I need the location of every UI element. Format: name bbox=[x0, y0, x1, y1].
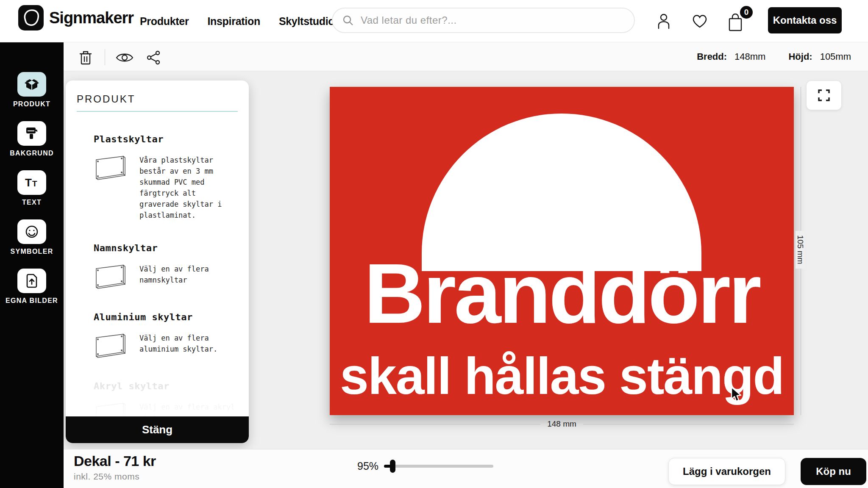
product-price: Dekal - 71 kr bbox=[74, 453, 156, 469]
sidebar-label: PRODUKT bbox=[13, 100, 50, 108]
add-to-cart-button[interactable]: Lägg i varukorgen bbox=[668, 458, 785, 485]
brand-logo[interactable]: Signmakerr bbox=[18, 5, 134, 31]
height-dimension-label: 105 mm bbox=[796, 231, 805, 269]
width-value: 148mm bbox=[734, 51, 765, 62]
width-dimension-label: 148 mm bbox=[547, 419, 576, 429]
search-input[interactable] bbox=[360, 14, 625, 27]
text-style-icon: T T bbox=[17, 170, 46, 195]
height-label: Höjd: bbox=[788, 51, 812, 62]
buy-now-button[interactable]: Köp nu bbox=[801, 458, 866, 485]
sidebar-label: EGNA BILDER bbox=[6, 297, 58, 305]
dimension-readout: Bredd: 148mm Höjd: 105mm bbox=[697, 42, 851, 71]
delete-button[interactable] bbox=[76, 48, 95, 67]
sidebar-item-egna-bilder[interactable]: EGNA BILDER bbox=[6, 269, 58, 305]
cart-count-badge: 0 bbox=[740, 6, 753, 19]
fullscreen-button[interactable] bbox=[806, 80, 842, 110]
vat-note: inkl. 25% moms bbox=[74, 471, 139, 482]
smiley-icon bbox=[17, 219, 46, 244]
width-label: Bredd: bbox=[697, 51, 727, 62]
sidebar-item-produkt[interactable]: PRODUKT bbox=[13, 72, 50, 108]
svg-text:T: T bbox=[32, 179, 37, 188]
close-panel-button[interactable]: Stäng bbox=[66, 416, 249, 443]
sidebar-item-bakgrund[interactable]: BAKGRUND bbox=[10, 121, 54, 157]
sidebar-item-text[interactable]: T T TEXT bbox=[17, 170, 46, 206]
canvas-toolbar: Bredd: 148mm Höjd: 105mm bbox=[64, 42, 868, 71]
design-canvas-area: PRODUKT Plastskyltar bbox=[64, 71, 868, 449]
height-value: 105mm bbox=[820, 51, 851, 62]
zoom-slider-handle[interactable] bbox=[390, 460, 395, 473]
box-icon bbox=[17, 72, 46, 97]
share-button[interactable] bbox=[144, 48, 163, 67]
favorites-icon[interactable] bbox=[690, 12, 709, 30]
footer-bar: Dekal - 71 kr inkl. 25% moms 95% Lägg i … bbox=[64, 449, 868, 488]
sidebar-label: BAKGRUND bbox=[10, 150, 54, 157]
sidebar-label: TEXT bbox=[22, 199, 42, 206]
search-bar[interactable] bbox=[332, 8, 635, 33]
product-option-aluminium-skyltar[interactable]: Aluminium skyltar bbox=[94, 312, 238, 359]
product-panel: PRODUKT Plastskyltar bbox=[66, 80, 249, 443]
sign-plate-icon bbox=[94, 263, 129, 290]
main-nav: Produkter Inspiration Skyltstudion bbox=[140, 0, 341, 42]
preview-button[interactable] bbox=[115, 48, 134, 67]
signmaker-app: Signmakerr Produkter Inspiration Skyltst… bbox=[0, 0, 868, 488]
svg-text:T: T bbox=[25, 176, 32, 189]
product-option-namnskyltar[interactable]: Namnskyltar Vä bbox=[94, 243, 238, 290]
sign-canvas[interactable]: Branddörr skall hållas stängd bbox=[330, 87, 794, 415]
toolbar-divider bbox=[105, 49, 105, 65]
nav-inspiration[interactable]: Inspiration bbox=[207, 15, 260, 28]
tool-sidebar: PRODUKT BAKGRUND T T TEXT bbox=[0, 42, 64, 488]
sidebar-label: SYMBOLER bbox=[10, 248, 53, 255]
logo-icon bbox=[18, 5, 44, 31]
cart-button[interactable]: 0 bbox=[727, 8, 749, 34]
paint-brush-icon bbox=[17, 121, 46, 146]
sidebar-item-symboler[interactable]: SYMBOLER bbox=[10, 219, 53, 255]
search-icon bbox=[342, 14, 354, 26]
product-option-plastskyltar[interactable]: Plastskyltar V bbox=[94, 134, 238, 221]
brand-name: Signmakerr bbox=[49, 9, 134, 27]
sign-text-line2[interactable]: skall hållas stängd bbox=[330, 350, 794, 402]
zoom-slider[interactable] bbox=[384, 465, 493, 468]
contact-button[interactable]: Kontakta oss bbox=[768, 7, 842, 33]
sign-plate-icon bbox=[94, 155, 129, 181]
sign-plate-icon bbox=[94, 333, 129, 359]
header: Signmakerr Produkter Inspiration Skyltst… bbox=[0, 0, 868, 42]
image-upload-icon bbox=[17, 269, 46, 293]
sign-text-line1[interactable]: Branddörr bbox=[330, 251, 794, 336]
account-icon[interactable] bbox=[654, 12, 673, 30]
panel-title-underline bbox=[77, 111, 238, 112]
panel-title: PRODUKT bbox=[77, 93, 238, 105]
width-dimension: 148 mm bbox=[330, 419, 794, 429]
mouse-cursor bbox=[730, 386, 744, 403]
nav-produkter[interactable]: Produkter bbox=[140, 15, 189, 28]
zoom-value: 95% bbox=[357, 460, 378, 472]
